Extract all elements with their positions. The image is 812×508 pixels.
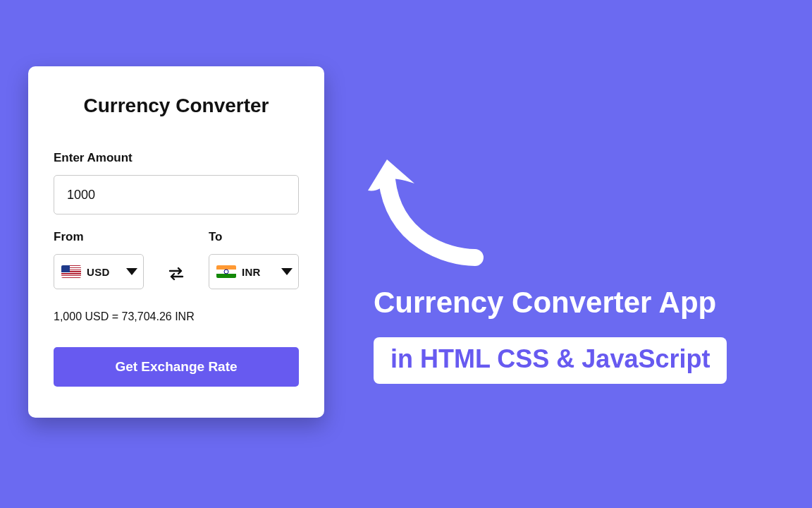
amount-input[interactable]	[54, 175, 299, 214]
swap-icon[interactable]	[167, 265, 185, 282]
result-text: 1,000 USD = 73,704.26 INR	[54, 310, 299, 323]
from-column: From USD	[54, 230, 144, 289]
caret-down-icon	[281, 268, 293, 275]
to-currency-code: INR	[242, 266, 276, 278]
banner-subtitle: in HTML CSS & JavaScript	[374, 337, 727, 384]
currency-row: From USD To INR	[54, 230, 299, 289]
converter-card: Currency Converter Enter Amount From USD…	[28, 66, 324, 418]
swap-column	[144, 265, 209, 289]
banner-title: Currency Converter App	[374, 286, 716, 320]
amount-label: Enter Amount	[54, 151, 299, 165]
to-currency-select[interactable]: INR	[209, 254, 299, 289]
us-flag-icon	[61, 265, 81, 278]
from-currency-code: USD	[87, 266, 121, 278]
to-label: To	[209, 230, 299, 244]
in-flag-icon	[216, 265, 236, 278]
from-label: From	[54, 230, 144, 244]
get-exchange-rate-button[interactable]: Get Exchange Rate	[54, 347, 299, 387]
card-title: Currency Converter	[54, 95, 299, 117]
from-currency-select[interactable]: USD	[54, 254, 144, 289]
to-column: To INR	[209, 230, 299, 289]
arrow-icon	[362, 148, 489, 278]
caret-down-icon	[126, 268, 137, 275]
